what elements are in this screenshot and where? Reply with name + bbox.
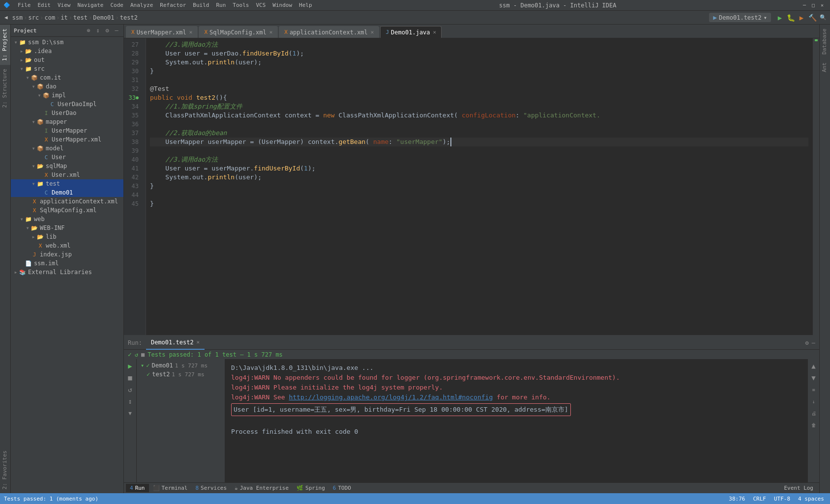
tab-close-button[interactable]: ✕ [189, 29, 193, 35]
tree-item-usermapper[interactable]: I UserMapper [11, 126, 123, 135]
stop-icon[interactable]: ■ [141, 351, 145, 358]
menu-file[interactable]: File [15, 2, 34, 8]
tab-close-button[interactable]: ✕ [371, 29, 374, 35]
menu-navigate[interactable]: Navigate [75, 2, 107, 8]
soft-wrap-button[interactable]: ≡ [809, 385, 819, 394]
tree-item-com-it[interactable]: ▾ 📦 com.it [11, 73, 123, 82]
menu-build[interactable]: Build [190, 2, 212, 8]
minimize-run-icon[interactable]: — [812, 339, 815, 346]
run-buttons[interactable]: ▶ 🐛 ▶ 🔨 🔍 [775, 13, 828, 23]
breadcrumb-ssm[interactable]: ssm [12, 14, 23, 21]
file-encoding[interactable]: UTF-8 [772, 496, 792, 502]
bottom-tab-todo[interactable]: 6 TODO [329, 484, 355, 492]
minimize-button[interactable]: ─ [800, 1, 808, 9]
test-tree-item-demo01[interactable]: ▾ ✓ Demo01 1 s 727 ms [137, 361, 225, 370]
tree-item-ssm-iml[interactable]: 📄 ssm.iml [11, 259, 123, 268]
close-button[interactable]: ✕ [818, 1, 826, 9]
tree-item-usermapper-xml[interactable]: X UserMapper.xml [11, 135, 123, 144]
tree-item-userdaoimpl[interactable]: C UserDaoImpl [11, 100, 123, 109]
panel-settings-button[interactable]: ⚙ [103, 27, 111, 34]
tree-item-web[interactable]: ▾ 📁 web [11, 215, 123, 224]
run-tab-demo01[interactable]: Demo01.test2 ✕ [146, 336, 205, 350]
breadcrumb-test2[interactable]: test2 [120, 14, 138, 21]
tree-item-impl[interactable]: ▾ 📦 impl [11, 91, 123, 100]
favorites-tab[interactable]: 2: Favorites [0, 447, 10, 493]
tree-item-lib[interactable]: ▸ 📂 lib [11, 232, 123, 241]
tree-item-ext-libs[interactable]: ▸ 📚 External Libraries [11, 268, 123, 277]
menu-edit[interactable]: Edit [35, 2, 54, 8]
menu-analyze[interactable]: Analyze [127, 2, 156, 8]
tree-item-mapper[interactable]: ▾ 📦 mapper [11, 117, 123, 126]
menu-tools[interactable]: Tools [230, 2, 252, 8]
tree-item-test[interactable]: ▾ 📁 test [11, 179, 123, 188]
panel-sort-button[interactable]: ↕ [94, 27, 102, 34]
clear-button[interactable]: 🗑 [809, 420, 819, 430]
run-rerun-button[interactable]: ▶ [125, 361, 135, 371]
tree-item-userdao[interactable]: I UserDao [11, 109, 123, 117]
breadcrumb-it[interactable]: it [60, 14, 67, 21]
code-content[interactable]: //3.调用dao方法 User user = userDao.findUser… [146, 38, 812, 335]
run-stop-button[interactable]: ■ [125, 373, 135, 383]
run-config-dropdown[interactable]: ▶ Demo01.test2 ▾ [709, 13, 771, 22]
tab-appcontext-xml[interactable]: X applicationContext.xml ✕ [279, 26, 379, 38]
autoscroll-button[interactable]: ↓ [809, 396, 819, 406]
tree-item-model[interactable]: ▾ 📦 model [11, 144, 123, 153]
log4j-link[interactable]: http://logging.apache.org/log4j/1.2/faq.… [289, 393, 493, 401]
bottom-tab-services[interactable]: 8 Services [191, 484, 231, 492]
scroll-up-button[interactable]: ▲ [809, 361, 819, 371]
menu-help[interactable]: Help [296, 2, 315, 8]
cursor-position[interactable]: 38:76 [727, 496, 747, 502]
tab-sqlmapconfig-xml[interactable]: X SqlMapConfig.xml ✕ [199, 26, 278, 38]
menu-bar[interactable]: File Edit View Navigate Code Analyze Ref… [15, 2, 315, 8]
bottom-tab-terminal[interactable]: ⬛ Terminal [149, 484, 192, 492]
tree-item-sqlmap[interactable]: ▾ 📂 sqlMap [11, 162, 123, 170]
tab-usermapper-xml[interactable]: X UserMapper.xml ✕ [126, 26, 198, 38]
tab-close-button[interactable]: ✕ [433, 29, 437, 35]
run-settings-button[interactable]: ⚙ — [805, 339, 815, 346]
tree-item-user[interactable]: C User [11, 153, 123, 162]
menu-view[interactable]: View [55, 2, 74, 8]
structure-tab[interactable]: 2: Structure [0, 65, 10, 112]
menu-vcs[interactable]: VCS [253, 2, 268, 8]
tree-item-dao[interactable]: ▾ 📦 dao [11, 82, 123, 91]
bottom-tab-run[interactable]: 4 Run [126, 484, 149, 492]
breadcrumb-test[interactable]: test [73, 14, 88, 21]
bottom-tab-spring[interactable]: 🌿 Spring [293, 484, 329, 492]
indent-settings[interactable]: 4 spaces [796, 496, 826, 502]
maximize-button[interactable]: □ [809, 1, 817, 9]
project-tab[interactable]: 1: Project [0, 25, 10, 65]
menu-refactor[interactable]: Refactor [157, 2, 189, 8]
panel-close-button[interactable]: — [113, 27, 120, 34]
run-refresh-button[interactable]: ↺ [125, 385, 135, 394]
run-tab-close[interactable]: ✕ [197, 339, 200, 345]
tree-item-ssm[interactable]: ▾ 📁 ssm D:\ssm [11, 38, 123, 47]
print-button[interactable]: 🖨 [809, 408, 819, 418]
tab-close-button[interactable]: ✕ [269, 29, 273, 35]
tree-item-sqlmapconfig-xml[interactable]: X SqlMapConfig.xml [11, 206, 123, 215]
breadcrumb-demo01[interactable]: Demo01 [93, 14, 114, 21]
back-button[interactable]: ◀ [2, 13, 10, 22]
tree-item-idea[interactable]: ▸ 📂 .idea [11, 47, 123, 56]
menu-window[interactable]: Window [269, 2, 295, 8]
tree-item-user-xml[interactable]: X User.xml [11, 170, 123, 179]
tree-item-out[interactable]: ▸ 📂 out [11, 56, 123, 64]
settings-icon[interactable]: ⚙ [805, 339, 809, 346]
test-tree-item-test2[interactable]: ✓ test2 1 s 727 ms [137, 370, 225, 379]
bottom-tab-java-enterprise[interactable]: ☕ Java Enterprise [231, 484, 293, 492]
window-controls[interactable]: ─ □ ✕ [800, 1, 826, 9]
build-button[interactable]: 🔨 [807, 13, 817, 23]
run-sort-button[interactable]: ↕ [125, 396, 135, 406]
line-separator[interactable]: CRLF [751, 496, 768, 502]
tree-item-web-xml[interactable]: X web.xml [11, 241, 123, 250]
tree-item-index-jsp[interactable]: J index.jsp [11, 250, 123, 259]
search-everywhere-button[interactable]: 🔍 [818, 13, 828, 23]
ant-tab[interactable]: Ant [820, 58, 830, 76]
bottom-tab-event-log[interactable]: Event Log [780, 484, 817, 492]
tab-demo01-java[interactable]: J Demo01.java ✕ [380, 26, 442, 38]
tree-item-webinf[interactable]: ▾ 📂 WEB-INF [11, 224, 123, 232]
code-editor[interactable]: 27 28 29 30 31 32 33 ● 34 35 36 37 38 39… [124, 38, 819, 335]
panel-locate-button[interactable]: ⊕ [85, 27, 92, 34]
coverage-button[interactable]: ▶ [797, 13, 806, 23]
breadcrumb-src[interactable]: src [29, 14, 39, 21]
run-button[interactable]: ▶ [775, 13, 785, 23]
